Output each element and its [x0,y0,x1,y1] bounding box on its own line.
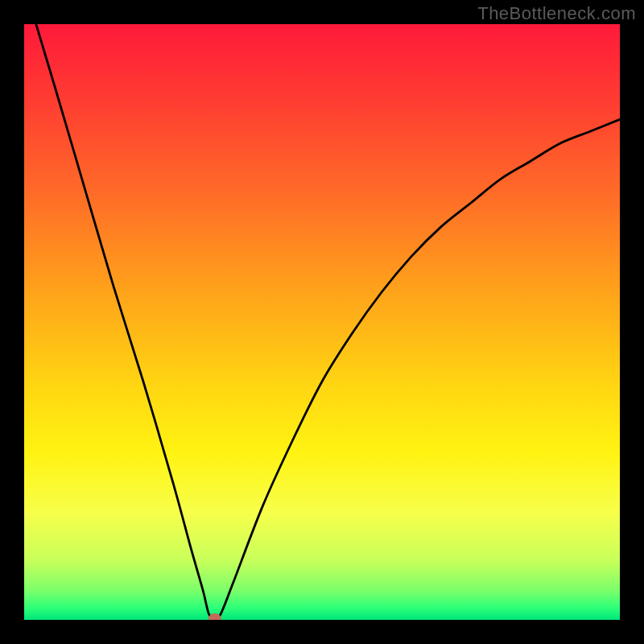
plot-area [24,24,620,620]
bottleneck-curve [36,24,620,620]
chart-frame: TheBottleneck.com [0,0,644,644]
curve-layer [24,24,620,620]
watermark-text: TheBottleneck.com [477,3,636,24]
